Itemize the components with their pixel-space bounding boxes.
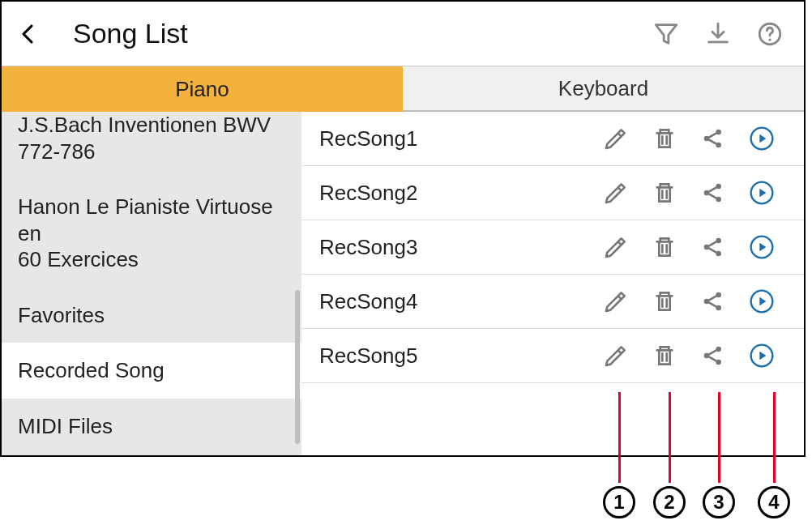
play-icon[interactable] [737,229,786,265]
song-row: RecSong1 [301,112,804,166]
sidebar: J.S.Bach Inventionen BWV 772-786 Hanon L… [2,112,301,455]
tab-keyboard[interactable]: Keyboard [403,66,804,112]
song-row: RecSong3 [301,220,804,275]
edit-icon[interactable] [592,284,640,319]
trash-icon[interactable] [640,338,689,373]
scrollbar[interactable] [295,290,300,444]
play-icon[interactable] [737,284,786,319]
callout-line [618,392,621,483]
sidebar-item-recorded[interactable]: Recorded Song [2,343,301,399]
trash-icon[interactable] [640,284,689,319]
play-icon[interactable] [737,338,786,373]
song-row: RecSong2 [301,166,804,220]
sidebar-item-bach[interactable]: J.S.Bach Inventionen BWV 772-786 [2,112,301,179]
share-icon[interactable] [689,229,737,265]
svg-point-1 [768,38,771,41]
play-icon[interactable] [737,121,786,156]
song-name: RecSong4 [319,289,592,314]
edit-icon[interactable] [592,338,640,373]
tabs: Piano Keyboard [2,66,804,112]
song-name: RecSong2 [319,181,592,206]
callout-line [773,392,776,483]
callout-2: 2 [653,486,686,518]
back-button[interactable] [8,15,47,53]
tab-piano[interactable]: Piano [2,66,403,112]
download-icon[interactable] [697,13,739,55]
callout-1: 1 [603,486,635,518]
song-name: RecSong5 [319,343,592,369]
header: Song List [2,2,804,66]
share-icon[interactable] [689,338,737,373]
play-icon[interactable] [737,175,786,211]
edit-icon[interactable] [592,175,640,211]
filter-icon[interactable] [645,13,687,55]
callout-line [718,392,720,483]
song-name: RecSong1 [319,126,592,151]
callout-4: 4 [758,486,790,518]
sidebar-item-favorites[interactable]: Favorites [2,288,301,343]
trash-icon[interactable] [640,121,689,156]
share-icon[interactable] [689,284,737,319]
callout-line [669,392,671,483]
trash-icon[interactable] [640,229,689,265]
song-row: RecSong4 [301,275,804,329]
sidebar-item-midi[interactable]: MIDI Files [2,399,301,454]
song-name: RecSong3 [319,235,592,260]
trash-icon[interactable] [640,175,689,211]
share-icon[interactable] [689,121,737,156]
song-row: RecSong5 [301,329,804,383]
share-icon[interactable] [689,175,737,211]
page-title: Song List [73,18,188,49]
edit-icon[interactable] [592,121,640,156]
sidebar-item-hanon[interactable]: Hanon Le Pianiste Virtuose en 60 Exercic… [2,179,301,288]
callout-3: 3 [703,486,735,518]
song-list: RecSong1 RecSong2 RecSong3 [301,112,804,455]
app-window: Song List Piano Keyboard J.S.Bach Invent… [0,0,806,457]
edit-icon[interactable] [592,229,640,265]
help-icon[interactable] [749,13,791,55]
